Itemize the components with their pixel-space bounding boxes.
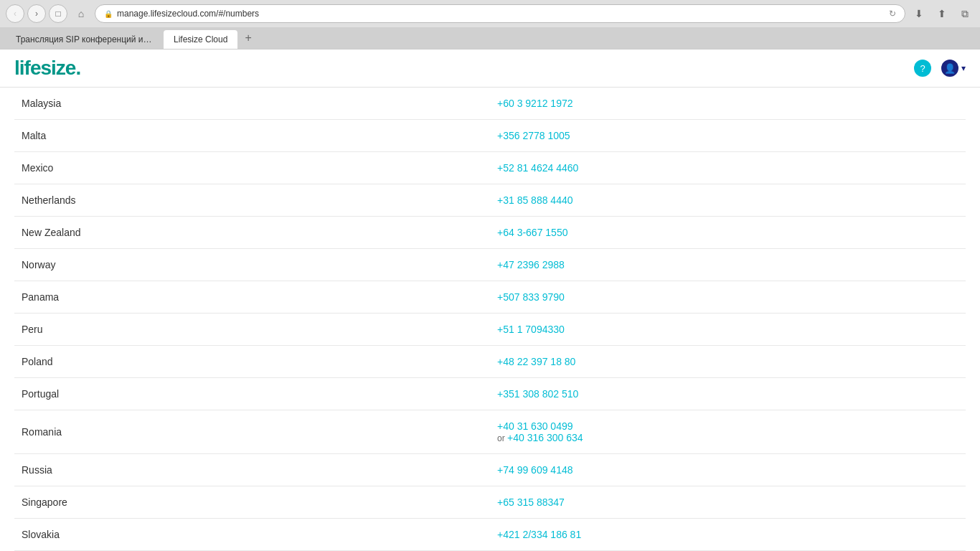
table-row: Netherlands+31 85 888 4440 [14,184,966,217]
address-bar[interactable]: 🔒 manage.lifesizecloud.com/#/numbers ↻ [95,4,905,23]
number-cell: +47 2396 2988 [490,249,966,281]
share-button[interactable]: ⬆ [933,4,951,23]
country-cell: Peru [14,314,490,346]
help-button[interactable]: ? [914,60,931,77]
primary-number: +40 31 630 0499 [497,420,958,432]
fullscreen-button[interactable]: □ [49,4,67,23]
dropdown-chevron-icon: ▾ [961,63,966,73]
app-header: lifesize. ? 👤 ▾ [0,50,980,88]
user-menu[interactable]: 👤 ▾ [941,60,966,77]
numbers-table: Malaysia+60 3 9212 1972Malta+356 2778 10… [14,88,966,551]
table-row: Romania+40 31 630 0499or +40 316 300 634 [14,410,966,454]
new-tab-button[interactable]: + [237,27,258,49]
number-cell: +48 22 397 18 80 [490,346,966,378]
country-cell: Panama [14,281,490,314]
table-row: Portugal+351 308 802 510 [14,378,966,410]
number-cell: +52 81 4624 4460 [490,152,966,184]
reload-icon[interactable]: ↻ [889,9,896,19]
windows-button[interactable]: ⧉ [956,4,974,23]
browser-chrome: ‹ › □ ⌂ 🔒 manage.lifesizecloud.com/#/num… [0,0,980,50]
header-icons: ? 👤 ▾ [914,60,966,77]
table-row: Singapore+65 315 88347 [14,486,966,519]
number-cell: +351 308 802 510 [490,378,966,410]
user-icon: 👤 [941,60,958,77]
number-cell: +31 85 888 4440 [490,184,966,217]
main-content: Malaysia+60 3 9212 1972Malta+356 2778 10… [0,88,980,551]
browser-actions: ⬇ ⬆ ⧉ [910,4,974,23]
table-row: Russia+74 99 609 4148 [14,454,966,486]
url-text: manage.lifesizecloud.com/#/numbers [117,9,885,19]
table-row: Peru+51 1 7094330 [14,314,966,346]
table-row: New Zealand+64 3-667 1550 [14,217,966,249]
number-cell: +51 1 7094330 [490,314,966,346]
nav-buttons: ‹ › □ [6,4,67,23]
table-row: Malta+356 2778 1005 [14,120,966,152]
secondary-number: +40 316 300 634 [507,432,583,443]
number-cell: +64 3-667 1550 [490,217,966,249]
country-cell: New Zealand [14,217,490,249]
number-cell: +507 833 9790 [490,281,966,314]
browser-toolbar: ‹ › □ ⌂ 🔒 manage.lifesizecloud.com/#/num… [0,0,980,27]
country-cell: Mexico [14,152,490,184]
country-cell: Singapore [14,486,490,519]
number-cell: +421 2/334 186 81 [490,519,966,551]
country-cell: Russia [14,454,490,486]
table-row: Malaysia+60 3 9212 1972 [14,88,966,120]
table-row: Panama+507 833 9790 [14,281,966,314]
tab-google-docs[interactable]: Трансляция SIP конференций и вебинаров н… [6,30,164,49]
number-cell: +74 99 609 4148 [490,454,966,486]
table-row: Poland+48 22 397 18 80 [14,346,966,378]
back-button[interactable]: ‹ [6,4,24,23]
table-row: Norway+47 2396 2988 [14,249,966,281]
country-cell: Poland [14,346,490,378]
home-button[interactable]: ⌂ [72,4,90,23]
number-cell: +356 2778 1005 [490,120,966,152]
country-cell: Portugal [14,378,490,410]
tab-bar: Трансляция SIP конференций и вебинаров н… [0,27,980,49]
country-cell: Romania [14,410,490,454]
logo: lifesize. [14,57,80,80]
number-cell: +65 315 88347 [490,486,966,519]
number-cell: +40 31 630 0499or +40 316 300 634 [490,410,966,454]
table-row: Mexico+52 81 4624 4460 [14,152,966,184]
country-cell: Norway [14,249,490,281]
table-row: Slovakia+421 2/334 186 81 [14,519,966,551]
country-cell: Malta [14,120,490,152]
forward-button[interactable]: › [27,4,46,23]
or-text: or [497,433,507,443]
country-cell: Netherlands [14,184,490,217]
country-cell: Malaysia [14,88,490,120]
download-button[interactable]: ⬇ [910,4,928,23]
tab-lifesize-cloud[interactable]: Lifesize Cloud [164,30,237,49]
lock-icon: 🔒 [104,10,113,18]
number-cell: +60 3 9212 1972 [490,88,966,120]
country-cell: Slovakia [14,519,490,551]
